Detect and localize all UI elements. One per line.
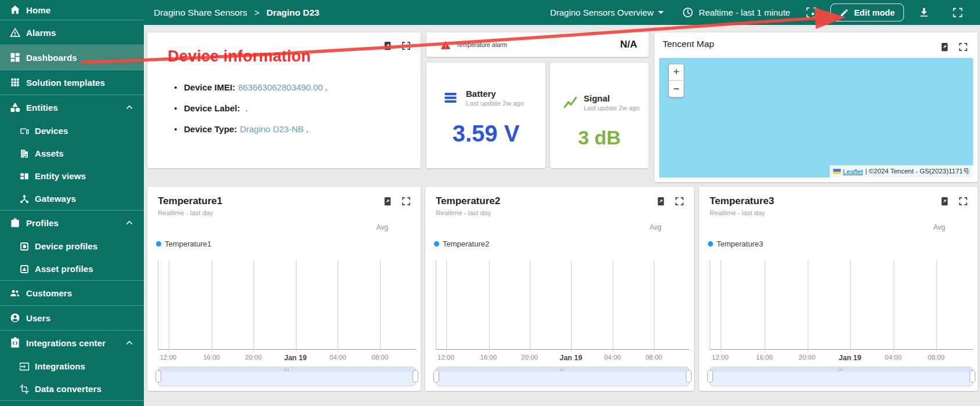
alarm-warning-icon [9,27,21,38]
pencil-icon [840,8,849,17]
scrollbar-grip-icon[interactable] [560,368,565,371]
time-scrollbar[interactable] [436,367,689,386]
entity-views-icon [19,171,30,182]
battery-widget: Battery Last update 2w ago 3.59 V [426,63,545,168]
timewindow-button[interactable]: Realtime - last 1 minute [682,6,790,19]
scrollbar-left-handle[interactable] [707,370,713,383]
sidebar-item-integrations[interactable]: Integrations [0,355,144,378]
battery-title: Battery [466,89,496,99]
x-tick: Jan 19 [839,354,862,362]
export-widget-icon[interactable] [382,196,393,206]
aggregation-label[interactable]: Avg [650,223,661,231]
zoom-out-button[interactable]: − [669,81,684,97]
sidebar-item-label: Alarms [26,28,56,38]
x-tick: 12:00 [160,354,176,361]
legend-item[interactable]: Temperature2 [434,240,489,248]
time-scrollbar[interactable] [710,367,973,386]
edit-mode-button[interactable]: Edit mode [830,3,904,21]
chevron-up-icon [124,102,135,113]
sidebar-item-label: Entities [26,103,58,113]
chevron-up-icon [124,217,135,228]
device-info-widget: •Device IMEI:863663062803490.00. •Device… [147,32,421,168]
sidebar-item-devices[interactable]: Devices [0,119,144,142]
leaflet-link[interactable]: Leaflet [843,168,863,175]
fullscreen-widget-icon[interactable] [958,196,968,206]
scrollbar-right-handle[interactable] [970,370,975,383]
x-tick: 16:00 [480,354,497,361]
temperature3-chart-widget: Temperature3 Realtime - last day Avg Tem… [699,187,978,391]
x-tick: 12:00 [437,354,454,361]
fullscreen-widget-icon[interactable] [401,41,411,51]
widget-subtitle: Realtime - last day [710,209,765,216]
sidebar-item-assets[interactable]: Assets [0,142,144,165]
sidebar-divider [0,400,144,401]
legend-item[interactable]: Temperature3 [708,240,763,248]
x-tick: 20:00 [245,354,262,361]
sidebar-item-label: Customers [26,288,72,298]
map-copyright: | ©2024 Tencent - GS(2023)1171号 [865,167,970,176]
sidebar-item-home[interactable]: Home [0,0,144,20]
profiles-icon [9,217,21,229]
sidebar-item-data-converters[interactable]: Data converters [0,378,144,400]
tencent-map-widget: Tencent Map + − Leaflet | ©2024 Tencent … [654,32,978,182]
x-tick: 08:00 [371,354,388,361]
scrollbar-grip-icon[interactable] [838,368,844,371]
device-type-row: •Device Type:Dragino D23-NB. [174,124,410,134]
x-axis-ticks: 12:00 16:00 20:00 Jan 19 04:00 08:00 [710,354,973,363]
sidebar-item-profiles[interactable]: Profiles [0,211,144,235]
fullscreen-widget-icon[interactable] [674,196,685,206]
aggregation-label[interactable]: Avg [934,223,945,231]
export-widget-icon[interactable] [382,41,393,51]
fullscreen-widget-icon[interactable] [401,196,411,206]
sidebar-item-integrations-center[interactable]: Integrations center [0,331,144,355]
fullscreen-icon[interactable] [952,6,964,19]
breadcrumb-separator: > [254,8,259,18]
sidebar: Home Alarms Dashboards Solution template… [0,0,144,406]
scrollbar-right-handle[interactable] [686,370,692,383]
download-icon[interactable] [918,6,930,19]
fullscreen-widget-icon[interactable] [958,42,968,52]
users-icon [9,312,21,324]
time-scrollbar[interactable] [158,367,416,386]
dashboard-select[interactable]: Dragino Sensors Overview [550,8,664,17]
sidebar-item-label: Devices [35,126,68,136]
device-profiles-icon [19,241,30,252]
sidebar-item-dashboards[interactable]: Dashboards [0,45,144,70]
dashboard-page: Home Alarms Dashboards Solution template… [0,0,980,406]
sidebar-item-gateways[interactable]: Gateways [0,187,144,210]
widget-title: Temperature2 [436,195,500,207]
sidebar-item-entity-views[interactable]: Entity views [0,165,144,187]
scrollbar-left-handle[interactable] [156,370,161,383]
sidebar-item-customers[interactable]: Customers [0,281,144,305]
legend-item[interactable]: Temperature1 [156,240,211,248]
gateways-icon [19,194,30,204]
sidebar-item-entities[interactable]: Entities [0,95,144,119]
zoom-in-button[interactable]: + [669,64,684,81]
export-widget-icon[interactable] [939,42,950,52]
scrollbar-right-handle[interactable] [413,370,418,383]
breadcrumb-parent[interactable]: Dragino Share Sensors [154,8,247,18]
entities-icon [9,102,21,113]
sidebar-item-alarms[interactable]: Alarms [0,20,144,45]
export-widget-icon[interactable] [939,196,950,206]
map-canvas[interactable]: + − Leaflet | ©2024 Tencent - GS(2023)11… [659,58,973,177]
widget-title: Temperature3 [710,195,774,207]
scrollbar-left-handle[interactable] [433,370,439,383]
export-widget-icon[interactable] [656,196,666,206]
sidebar-item-users[interactable]: Users [0,306,144,330]
scrollbar-grip-icon[interactable] [284,368,290,371]
aggregation-label[interactable]: Avg [377,223,388,231]
signal-widget: Signal Last update 2w ago 3 dB [550,63,649,168]
sidebar-item-solution-templates[interactable]: Solution templates [0,70,144,95]
sidebar-item-asset-profiles[interactable]: Asset profiles [0,258,144,280]
breadcrumb: Dragino Share Sensors > Dragino D23 [154,8,320,18]
widget-subtitle: Realtime - last day [158,209,213,216]
temperature-alarm-widget: Temperature alarm N/A [426,32,649,57]
sidebar-item-device-profiles[interactable]: Device profiles [0,235,144,258]
x-tick: 04:00 [885,354,902,361]
signal-title: Signal [584,93,610,103]
alarm-triangle-icon [440,40,451,49]
chevron-up-icon [124,338,135,348]
screenshot-icon[interactable] [805,6,818,19]
series-dot-icon [434,241,439,246]
